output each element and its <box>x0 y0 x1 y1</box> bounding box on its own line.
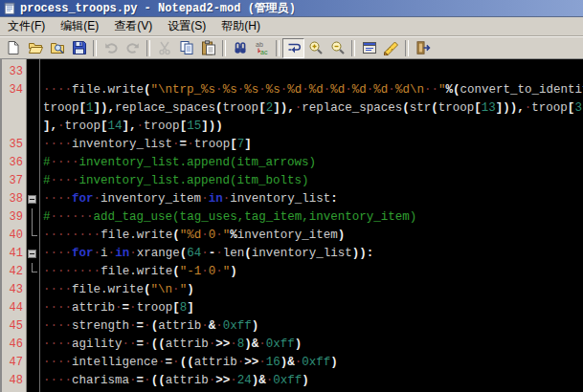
menu-bar: 文件(F)编辑(E)查看(V)设置(S)帮助(H) <box>0 17 583 36</box>
toolbar-separator <box>405 40 409 56</box>
code-line-text: #····inventory_list.append(itm_bolts) <box>39 172 583 190</box>
menu-item-view[interactable]: 查看(V) <box>106 16 160 36</box>
menu-item-file[interactable]: 文件(F) <box>0 16 53 36</box>
fold-margin <box>26 136 39 154</box>
code-row: ],·troop[14],·troop[15])) <box>2 118 583 136</box>
fold-margin <box>26 208 39 227</box>
fold-margin <box>26 81 39 99</box>
line-number: 40 <box>2 227 26 245</box>
fold-margin <box>26 118 39 136</box>
view-schemes-icon <box>362 40 377 55</box>
line-number: 37 <box>2 172 26 190</box>
find-button[interactable] <box>229 38 251 58</box>
code-row: 36#····inventory_list.append(itm_arrows) <box>2 154 583 172</box>
cut-button <box>153 38 175 58</box>
code-line-text <box>39 63 583 81</box>
fold-margin <box>26 317 39 336</box>
line-number <box>2 99 26 118</box>
line-number: 48 <box>2 372 26 390</box>
code-row: 34····file.write("\ntrp_%s·%s·%s·%s·%d·%… <box>2 81 583 99</box>
fold-margin <box>26 154 39 172</box>
fold-collapse-icon[interactable] <box>26 190 39 208</box>
menu-item-help[interactable]: 帮助(H) <box>213 16 268 36</box>
word-wrap-button[interactable] <box>282 38 304 58</box>
code-line-text: ····file.write("\n·") <box>39 281 583 299</box>
line-number: 35 <box>2 136 26 154</box>
line-number: 34 <box>2 81 26 99</box>
replace-button[interactable]: abac <box>251 38 273 58</box>
menu-item-edit[interactable]: 编辑(E) <box>53 16 106 36</box>
line-number: 36 <box>2 154 26 172</box>
new-file-button[interactable] <box>2 38 24 58</box>
svg-text:ab: ab <box>256 41 263 48</box>
code-line-text: ····agility··=·((attrib·>>·8)&·0xff) <box>39 336 583 354</box>
replace-icon: abac <box>255 40 270 55</box>
save-file-button[interactable] <box>68 38 90 58</box>
zoom-out-button[interactable] <box>326 38 348 58</box>
copy-button[interactable] <box>175 38 197 58</box>
zoom-in-button[interactable] <box>304 38 326 58</box>
code-row: 35····inventory_list·=·troop[7] <box>2 136 583 154</box>
browse-file-button[interactable] <box>46 38 68 58</box>
code-line-text: ····for·inventory_item·in·inventory_list… <box>39 190 583 208</box>
toolbar-separator <box>93 40 97 56</box>
code-line-text: ····file.write("\ntrp_%s·%s·%s·%s·%d·%d·… <box>39 81 583 99</box>
line-number: 38 <box>2 190 26 208</box>
fold-margin <box>26 263 39 281</box>
line-number: 47 <box>2 354 26 372</box>
line-number: 39 <box>2 208 26 227</box>
fold-collapse-icon[interactable] <box>26 245 39 263</box>
code-line-text: ····charisma·=·((attrib·>>·24)&·0xff) <box>39 372 583 390</box>
code-row: 40········file.write("%d·0·"%inventory_i… <box>2 227 583 245</box>
fold-margin <box>26 281 39 299</box>
exit-button[interactable] <box>412 38 434 58</box>
fold-margin <box>26 99 39 118</box>
code-row: 46····agility··=·((attrib·>>·8)&·0xff) <box>2 336 583 354</box>
notepad2-window: process_troops.py - Notepad2-mod (管理员) 文… <box>0 0 583 392</box>
paste-button[interactable] <box>197 38 219 58</box>
toolbar-separator <box>222 40 226 56</box>
svg-text:ac: ac <box>260 49 268 55</box>
line-number: 43 <box>2 281 26 299</box>
window-title: process_troops.py - Notepad2-mod (管理员) <box>20 0 296 16</box>
fold-margin <box>26 336 39 354</box>
paste-icon <box>201 40 216 55</box>
line-number: 42 <box>2 263 26 281</box>
line-number: 33 <box>2 63 26 81</box>
notepad2-icon <box>3 2 16 15</box>
toolbar-separator <box>276 40 280 56</box>
toolbar: abac <box>0 36 583 59</box>
redo-icon <box>125 40 141 55</box>
code-line-text: ····intelligence·=·((attrib·>>·16)&·0xff… <box>39 354 583 372</box>
editor[interactable]: 3334····file.write("\ntrp_%s·%s·%s·%s·%d… <box>0 59 583 392</box>
open-file-icon <box>28 40 43 55</box>
customize-schemes-button[interactable] <box>380 38 402 58</box>
code-line-text: ],·troop[14],·troop[15])) <box>39 118 583 136</box>
line-number: 41 <box>2 245 26 263</box>
code-line-text: ····strength·=·(attrib·&·0xff) <box>39 317 583 336</box>
line-number: 46 <box>2 336 26 354</box>
exit-icon <box>415 40 431 55</box>
fold-margin <box>26 63 39 81</box>
new-file-icon <box>6 40 21 55</box>
customize-schemes-icon <box>384 40 399 55</box>
code-row: 43····file.write("\n·") <box>2 281 583 299</box>
save-file-icon <box>72 40 87 55</box>
code-line-text: ····inventory_list·=·troop[7] <box>39 136 583 154</box>
open-file-button[interactable] <box>24 38 46 58</box>
word-wrap-icon <box>286 40 302 55</box>
menu-item-settings[interactable]: 设置(S) <box>160 16 213 36</box>
fold-margin <box>26 372 39 390</box>
code-row: 45····strength·=·(attrib·&·0xff) <box>2 317 583 336</box>
undo-icon <box>103 40 119 55</box>
code-line-text: ····attrib·=·troop[8] <box>39 299 583 317</box>
line-number <box>2 118 26 136</box>
toolbar-separator <box>351 40 355 56</box>
code-row: 47····intelligence·=·((attrib·>>·16)&·0x… <box>2 354 583 372</box>
fold-margin <box>26 172 39 190</box>
code-line-text: ········file.write("-1·0·") <box>39 263 583 281</box>
cut-icon <box>157 40 172 55</box>
code-line-text: troop[1]),replace_spaces(troop[2]),·repl… <box>39 99 583 118</box>
view-schemes-button[interactable] <box>358 38 380 58</box>
title-bar: process_troops.py - Notepad2-mod (管理员) <box>0 0 583 17</box>
